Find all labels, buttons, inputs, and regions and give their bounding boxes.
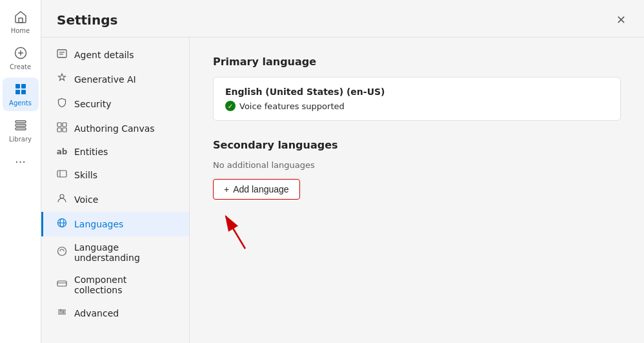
sidebar-item-component-collections[interactable]: Component collections <box>41 269 189 301</box>
primary-language-title: Primary language <box>213 56 621 68</box>
svg-rect-5 <box>21 84 26 88</box>
agent-details-label: Agent details <box>74 50 134 60</box>
settings-header: Settings ✕ <box>41 0 644 37</box>
nav-label-library: Library <box>9 136 32 143</box>
library-icon <box>14 118 28 134</box>
create-icon <box>14 46 28 62</box>
voice-icon <box>56 193 68 206</box>
nav-item-home[interactable]: Home <box>3 5 39 39</box>
voice-supported-text: Voice features supported <box>239 101 345 111</box>
advanced-label: Advanced <box>74 308 119 318</box>
svg-rect-4 <box>15 84 20 88</box>
check-icon: ✓ <box>225 101 236 111</box>
svg-rect-17 <box>63 128 66 132</box>
voice-supported: ✓ Voice features supported <box>225 101 609 111</box>
component-collections-icon <box>56 278 68 291</box>
svg-rect-10 <box>15 128 26 130</box>
annotation-arrow <box>206 203 284 255</box>
nav-item-agents[interactable]: Agents <box>3 78 39 111</box>
authoring-canvas-icon <box>56 122 68 135</box>
skills-label: Skills <box>74 170 97 180</box>
svg-rect-11 <box>57 50 66 57</box>
agent-details-icon <box>56 48 68 61</box>
svg-rect-15 <box>63 123 66 127</box>
agents-icon <box>14 82 28 98</box>
add-language-label: Add language <box>233 184 288 194</box>
entities-label: Entities <box>74 147 108 157</box>
svg-point-24 <box>58 247 66 256</box>
nav-item-library[interactable]: Library <box>3 114 39 147</box>
svg-rect-0 <box>19 18 23 23</box>
nav-rail: Home Create Agents <box>0 0 41 343</box>
sidebar-item-agent-details[interactable]: Agent details <box>41 43 189 67</box>
advanced-icon <box>56 307 68 320</box>
primary-language-card: English (United States) (en-US) ✓ Voice … <box>213 77 621 121</box>
sidebar-item-generative-ai[interactable]: Generative AI <box>41 67 189 92</box>
security-label: Security <box>74 99 112 109</box>
component-collections-label: Component collections <box>74 275 176 295</box>
svg-rect-9 <box>15 125 26 127</box>
no-additional-text: No additional languages <box>213 160 621 170</box>
languages-icon <box>56 218 68 231</box>
svg-rect-6 <box>15 90 20 94</box>
language-name: English (United States) (en-US) <box>225 87 609 97</box>
security-icon <box>56 98 68 110</box>
nav-label-agents: Agents <box>9 99 32 107</box>
nav-label-create: Create <box>10 63 31 70</box>
svg-rect-18 <box>57 171 66 177</box>
settings-panel: Agent details Generative AI Security <box>41 37 644 343</box>
svg-rect-7 <box>21 90 26 94</box>
svg-rect-14 <box>57 123 61 127</box>
authoring-canvas-label: Authoring Canvas <box>74 123 155 134</box>
skills-icon <box>56 169 68 182</box>
sidebar-item-security[interactable]: Security <box>41 92 189 116</box>
secondary-languages-title: Secondary languages <box>213 139 621 151</box>
more-button[interactable]: ··· <box>15 150 26 174</box>
sidebar-item-language-understanding[interactable]: Language understanding <box>41 236 189 269</box>
nav-item-create[interactable]: Create <box>3 41 39 75</box>
language-understanding-icon <box>56 246 68 259</box>
language-understanding-label: Language understanding <box>74 242 176 263</box>
sidebar-item-skills[interactable]: Skills <box>41 163 189 187</box>
svg-rect-8 <box>15 121 26 123</box>
settings-sidebar: Agent details Generative AI Security <box>41 37 190 343</box>
settings-title: Settings <box>57 12 117 28</box>
svg-rect-16 <box>57 128 61 132</box>
svg-point-20 <box>60 194 64 198</box>
sidebar-item-advanced[interactable]: Advanced <box>41 301 189 326</box>
home-icon <box>14 10 28 26</box>
sidebar-item-entities[interactable]: ab Entities <box>41 141 189 163</box>
svg-rect-25 <box>57 281 66 286</box>
settings-window: Settings ✕ Agent details <box>41 0 644 343</box>
sidebar-item-authoring-canvas[interactable]: Authoring Canvas <box>41 116 189 141</box>
add-language-container: + Add language <box>213 179 300 200</box>
add-language-button[interactable]: + Add language <box>213 179 300 200</box>
plus-icon: + <box>224 184 229 194</box>
entities-icon: ab <box>56 147 68 156</box>
sidebar-item-languages[interactable]: Languages <box>41 212 189 236</box>
close-button[interactable]: ✕ <box>614 10 629 29</box>
generative-ai-icon <box>56 73 68 86</box>
sidebar-item-voice[interactable]: Voice <box>41 187 189 212</box>
generative-ai-label: Generative AI <box>74 74 136 85</box>
voice-label: Voice <box>74 194 98 205</box>
languages-label: Languages <box>74 219 123 229</box>
nav-label-home: Home <box>11 27 30 34</box>
settings-content: Primary language English (United States)… <box>190 37 644 343</box>
